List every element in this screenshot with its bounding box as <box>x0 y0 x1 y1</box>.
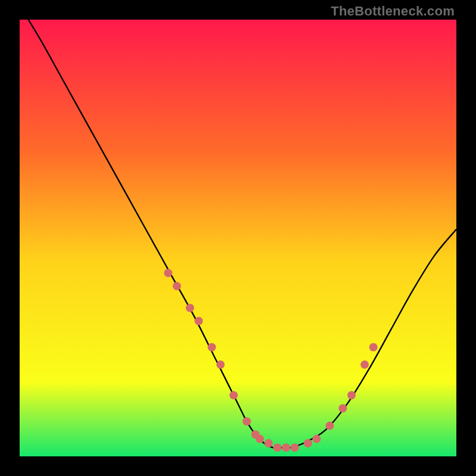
highlight-dot <box>369 343 378 352</box>
highlight-dot <box>282 443 290 452</box>
highlight-dot <box>256 435 264 443</box>
chart-svg <box>20 20 456 456</box>
highlight-dot <box>195 317 203 325</box>
highlight-dot <box>290 443 299 452</box>
highlight-dot <box>312 435 321 443</box>
highlight-dot <box>303 439 312 447</box>
highlight-dot <box>347 391 356 399</box>
highlight-dot <box>173 282 181 290</box>
highlight-dot <box>325 422 334 430</box>
highlight-dot <box>361 361 369 369</box>
highlight-dot <box>273 443 281 452</box>
highlight-dot <box>264 439 273 447</box>
watermark-text: TheBottleneck.com <box>331 4 455 19</box>
highlight-dot <box>217 361 225 369</box>
highlight-dot <box>339 404 347 412</box>
highlight-dot <box>186 303 194 312</box>
highlight-dot <box>164 269 173 277</box>
highlight-dot <box>243 417 251 425</box>
plot-area <box>20 20 456 456</box>
highlight-dot <box>208 343 216 352</box>
highlight-dot <box>230 391 238 399</box>
gradient-background <box>20 20 456 456</box>
chart-frame: TheBottleneck.com <box>0 0 476 476</box>
